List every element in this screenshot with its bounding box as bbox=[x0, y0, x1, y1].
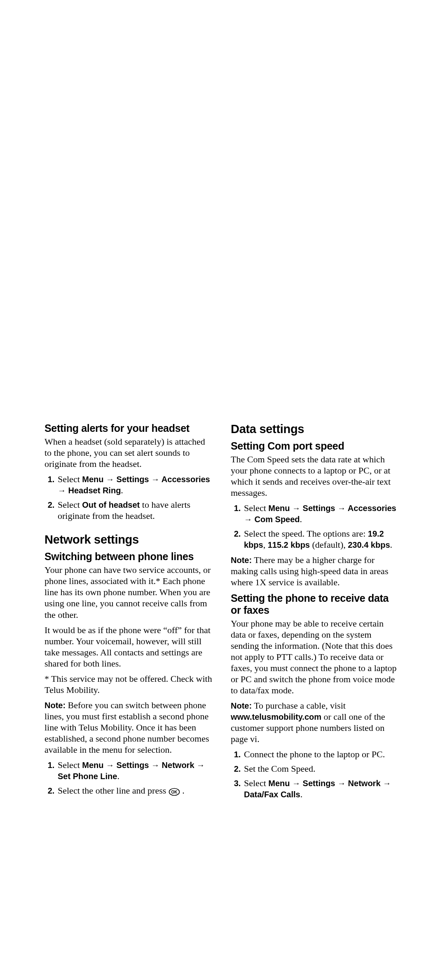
ok-key-icon: OK bbox=[169, 787, 180, 799]
text: To purchase a cable, visit bbox=[252, 700, 346, 711]
ordered-list: Select Menu → Settings → Network → Set P… bbox=[44, 759, 214, 799]
ordered-list: Connect the phone to the laptop or PC. S… bbox=[231, 749, 400, 800]
list-item: Select the speed. The options are: 19.2 … bbox=[243, 528, 400, 550]
text: (default), bbox=[310, 539, 348, 550]
bold-text: 230.4 kbps bbox=[348, 540, 390, 549]
heading-com-port: Setting Com port speed bbox=[231, 440, 400, 452]
note-paragraph: Note: To purchase a cable, visit www.tel… bbox=[231, 700, 400, 744]
paragraph: When a headset (sold separately) is atta… bbox=[44, 436, 214, 469]
ordered-list: Select Menu → Settings → Accessories → C… bbox=[231, 502, 400, 550]
list-item: Select the other line and press OK . bbox=[57, 785, 214, 799]
note-paragraph: Note: Before you can switch between phon… bbox=[44, 700, 214, 755]
text: , bbox=[263, 539, 268, 550]
heading-data-settings: Data settings bbox=[231, 422, 400, 436]
heading-switching-lines: Switching between phone lines bbox=[44, 551, 214, 563]
bold-text: 115.2 kbps bbox=[268, 540, 310, 549]
text: Select bbox=[58, 474, 82, 484]
text: There may be a higher charge for making … bbox=[231, 555, 388, 587]
list-item: Select Menu → Settings → Accessories → H… bbox=[57, 474, 214, 496]
list-item: Set the Com Speed. bbox=[243, 763, 400, 774]
text: Select bbox=[244, 778, 268, 788]
text: Before you can switch between phone line… bbox=[44, 700, 209, 755]
list-item: Select Menu → Settings → Network → Data/… bbox=[243, 777, 400, 800]
ordered-list: Select Menu → Settings → Accessories → H… bbox=[44, 474, 214, 521]
text: . bbox=[180, 785, 185, 796]
text: . bbox=[121, 485, 123, 495]
note-label: Note: bbox=[44, 701, 66, 710]
text: Select bbox=[244, 503, 268, 513]
text: . bbox=[117, 771, 119, 781]
note-label: Note: bbox=[231, 556, 252, 565]
bold-text: Out of headset bbox=[82, 500, 140, 509]
paragraph: It would be as if the phone were “off” f… bbox=[44, 624, 214, 669]
paragraph: * This service may not be offered. Check… bbox=[44, 673, 214, 695]
text: . bbox=[300, 514, 302, 524]
list-item: Select Menu → Settings → Accessories → C… bbox=[243, 502, 400, 525]
paragraph: The Com Speed sets the data rate at whic… bbox=[231, 454, 400, 498]
heading-headset-alerts: Setting alerts for your headset bbox=[44, 422, 214, 434]
list-item: Select Out of headset to have alerts ori… bbox=[57, 499, 214, 521]
bold-text: www.telusmobility.com bbox=[231, 712, 321, 721]
list-item: Connect the phone to the laptop or PC. bbox=[243, 749, 400, 760]
paragraph: Your phone can have two service accounts… bbox=[44, 564, 214, 620]
note-paragraph: Note: There may be a higher charge for m… bbox=[231, 554, 400, 588]
text: . bbox=[390, 539, 393, 550]
heading-network-settings: Network settings bbox=[44, 533, 214, 547]
note-label: Note: bbox=[231, 701, 252, 710]
svg-text:OK: OK bbox=[171, 790, 178, 794]
text: Select bbox=[58, 499, 82, 510]
text: Select bbox=[58, 760, 82, 770]
left-column: Setting alerts for your headset When a h… bbox=[44, 422, 214, 804]
text: Select the speed. The options are: bbox=[244, 528, 368, 539]
page-content: Setting alerts for your headset When a h… bbox=[44, 422, 400, 804]
columns: Setting alerts for your headset When a h… bbox=[44, 422, 400, 804]
list-item: Select Menu → Settings → Network → Set P… bbox=[57, 759, 214, 782]
text: . bbox=[300, 789, 303, 799]
text: Select the other line and press bbox=[58, 785, 169, 796]
right-column: Data settings Setting Com port speed The… bbox=[231, 422, 400, 804]
heading-receive-data-fax: Setting the phone to receive data or fax… bbox=[231, 592, 400, 616]
paragraph: Your phone may be able to receive certai… bbox=[231, 618, 400, 696]
